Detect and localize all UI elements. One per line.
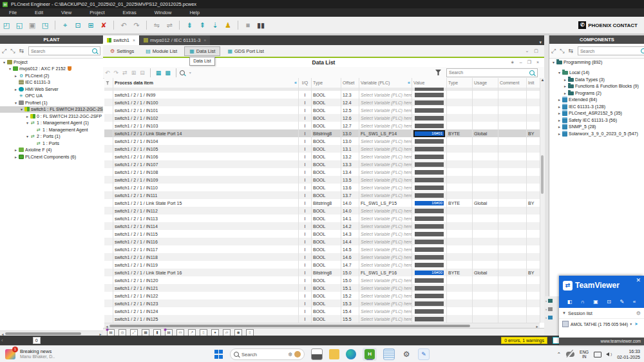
row-header-cell[interactable] xyxy=(104,106,113,114)
row-header-cell[interactable] xyxy=(104,129,113,137)
find-icon[interactable] xyxy=(180,70,185,75)
tree-item[interactable]: ▾mvps012 : AXC F 2152 xyxy=(0,66,103,73)
online-user-icon[interactable]: ♟ xyxy=(223,21,232,30)
cell-comment[interactable] xyxy=(498,269,527,276)
cell-variable[interactable]: Select Variable (PLC) here xyxy=(359,145,412,153)
cell-comment[interactable] xyxy=(498,245,527,253)
column-io[interactable]: I/Q xyxy=(299,78,312,88)
cell-value[interactable] xyxy=(412,168,447,176)
tree-item[interactable]: ▸HMI Web Server xyxy=(0,86,103,93)
cell-comment[interactable] xyxy=(498,261,527,269)
table-row[interactable]: switch1 / 2 / 1 / IN120IBOOL15.0Select V… xyxy=(104,276,540,284)
cell-value[interactable] xyxy=(412,176,447,184)
tree-item[interactable]: ▸Extended (84) xyxy=(549,97,644,104)
table-row[interactable]: switch1 / 2 / 1 / IN121IBOOL15.1Select V… xyxy=(104,284,540,292)
save-icon[interactable]: ▣ xyxy=(28,21,37,30)
cell-variable[interactable]: Select Variable (PLC) here xyxy=(359,214,412,222)
tree-item[interactable]: ▸PLCnext Components (6) xyxy=(0,153,103,160)
expand-arrow-icon[interactable]: ▸ xyxy=(557,124,562,129)
widgets-button[interactable]: 1 Breaking news Manu Bhaker, D.. xyxy=(5,348,55,360)
cell-comment[interactable] xyxy=(498,153,527,160)
expand-arrow-icon[interactable]: ▸ xyxy=(557,131,562,136)
cell-comment[interactable] xyxy=(498,253,527,261)
tree-item[interactable]: ▸Axioline F (4) xyxy=(0,147,103,154)
import-icon[interactable]: ◳ xyxy=(41,21,50,30)
menu-window[interactable]: Window xyxy=(146,10,181,15)
row-header-cell[interactable] xyxy=(104,122,113,129)
table-row[interactable]: switch1 / 2 / 1 / IN114IBOOL14.2Select V… xyxy=(104,222,540,230)
table-row[interactable]: switch1 / 2 / 1 / IN124IBOOL15.4Select V… xyxy=(104,307,540,315)
search-icon[interactable] xyxy=(92,48,97,53)
cell-comment[interactable] xyxy=(498,191,527,199)
start-button[interactable] xyxy=(214,350,223,359)
remove-row-icon[interactable]: ⊟ xyxy=(140,70,145,76)
table-row[interactable]: switch1 / 2 / 1 / IN99IBOOL12.3Select Va… xyxy=(104,91,540,99)
cell-value[interactable] xyxy=(412,214,447,222)
cell-variable[interactable]: Select Variable (PLC) here xyxy=(359,300,412,307)
device-icon[interactable]: ▯ xyxy=(200,329,207,336)
cell-value[interactable] xyxy=(412,114,447,122)
cell-value[interactable] xyxy=(412,300,447,307)
row-header-cell[interactable] xyxy=(104,253,113,261)
table-row[interactable]: switch1 / 2 / 1 / IN107IBOOL13.3Select V… xyxy=(104,160,540,168)
row-header-cell[interactable] xyxy=(104,207,113,214)
cell-value[interactable] xyxy=(412,307,447,315)
undo-icon[interactable]: ↶ xyxy=(105,70,110,76)
expand-arrow-icon[interactable]: ▸ xyxy=(563,77,567,82)
cell-comment[interactable] xyxy=(498,300,527,307)
tree-item[interactable]: ⇄1 : Management Agent xyxy=(0,126,103,133)
cell-comment[interactable] xyxy=(498,214,527,222)
search-filter-icon[interactable] xyxy=(529,70,535,75)
errors-warnings-badge[interactable]: 0 errors, 1 warnings xyxy=(501,337,547,344)
tree-item[interactable]: ▸Solarworx_3_9_0_2023_0_5 (547) xyxy=(549,130,644,137)
table-row[interactable]: switch1 / 2 / 1 / IN109IBOOL13.5Select V… xyxy=(104,176,540,184)
column-view-icon[interactable]: ▮ xyxy=(153,329,161,336)
cell-variable[interactable]: Select Variable (PLC) here xyxy=(359,106,412,114)
subtab-settings[interactable]: ⚙ Settings xyxy=(106,47,138,55)
table-row[interactable]: switch1 / 2 / 1 / IN106IBOOL13.2Select V… xyxy=(104,153,540,160)
column-variable[interactable]: Variable (PLC)« xyxy=(359,78,412,88)
refresh-table-icon[interactable]: ▦ xyxy=(142,329,149,336)
table-row[interactable]: switch1 / 2 / 1 / IN104IBOOL13.0Select V… xyxy=(104,137,540,145)
language-indicator[interactable]: ENGIN xyxy=(580,350,589,359)
table-row[interactable]: switch1 / 2 / 1 / IN117IBOOL14.5Select V… xyxy=(104,245,540,253)
chevron-down-icon[interactable]: ▼ xyxy=(629,322,632,326)
cell-comment[interactable] xyxy=(498,292,527,300)
row-header-cell[interactable] xyxy=(104,114,113,122)
cell-variable[interactable]: FL_SW1_LS_P14 xyxy=(359,129,412,137)
cell-comment[interactable] xyxy=(498,99,527,106)
undo-icon[interactable]: ↶ xyxy=(119,21,128,30)
row-header-cell[interactable] xyxy=(104,153,113,160)
row-header-cell[interactable] xyxy=(104,261,113,269)
cell-variable[interactable]: Select Variable (PLC) here xyxy=(359,253,412,261)
speaker-icon[interactable] xyxy=(606,352,609,356)
expand-arrow-icon[interactable]: ▸ xyxy=(14,155,18,159)
taskbar-search[interactable]: Search ❆ xyxy=(230,348,305,360)
cell-value[interactable] xyxy=(412,184,447,191)
cell-value[interactable] xyxy=(412,137,447,145)
collapse-all-icon[interactable]: ⤡ xyxy=(10,48,15,55)
close-icon[interactable]: ✕ xyxy=(636,277,641,283)
table-row[interactable]: switch1 / 2 / 1 / IN100IBOOL12.4Select V… xyxy=(104,99,540,106)
expand-arrow-icon[interactable]: ▸ xyxy=(14,73,18,78)
row-header-cell[interactable] xyxy=(104,230,113,238)
tree-item[interactable]: ▸0 : FL SWITCH 2312-2GC-2SFP ( xyxy=(0,113,103,120)
table-row[interactable]: switch1 / 2 / 1 / IN116IBOOL14.4Select V… xyxy=(104,238,540,245)
cell-value[interactable]: 16#01 xyxy=(412,129,447,137)
target-icon[interactable]: ◉ xyxy=(234,329,242,336)
cell-variable[interactable]: Select Variable (PLC) here xyxy=(359,184,412,191)
select-icon[interactable]: ⌖ xyxy=(61,21,70,30)
row-header-cell[interactable] xyxy=(104,214,113,222)
cell-variable[interactable]: Select Variable (PLC) here xyxy=(359,99,412,106)
close-tab-icon[interactable]: × xyxy=(204,38,206,43)
collapse-icon[interactable]: ‹ xyxy=(1,338,3,343)
table-vscrollbar[interactable]: ▲ xyxy=(540,78,545,323)
refresh-icon[interactable]: ⇄ xyxy=(122,70,128,76)
cell-comment[interactable] xyxy=(498,160,527,168)
cell-comment[interactable] xyxy=(498,222,527,230)
tree-item[interactable]: ▸IEC 61131-3 (128) xyxy=(549,103,644,110)
cell-value[interactable] xyxy=(412,191,447,199)
doc-icon[interactable]: ▯ xyxy=(246,329,254,336)
insert-row-icon[interactable]: ⊞ xyxy=(131,70,137,76)
snipping-tool-button[interactable]: ✎ xyxy=(418,348,430,360)
